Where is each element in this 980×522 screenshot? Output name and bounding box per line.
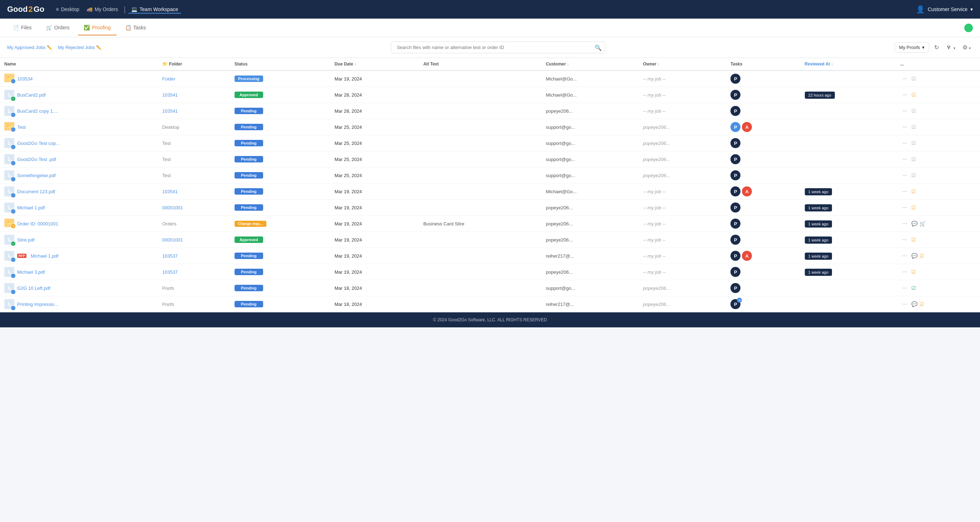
proofs-dropdown[interactable]: My Proofs ▾ (894, 42, 929, 53)
cart-icon[interactable]: 🛒 (920, 221, 926, 227)
tab-proofing[interactable]: ✅ Proofing (78, 21, 116, 35)
task-p-blue[interactable]: P (730, 122, 740, 132)
row-menu-button[interactable]: ··· (900, 284, 909, 292)
row-menu-button[interactable]: ··· (900, 91, 909, 99)
task-p-dark[interactable]: P (730, 74, 740, 84)
row-menu-button[interactable]: ··· (900, 252, 909, 260)
check-icon[interactable]: ☑ (920, 301, 924, 307)
task-p-dark[interactable]: P (730, 170, 740, 180)
col-header-name[interactable]: Name (0, 58, 158, 70)
check-icon[interactable]: ☑ (912, 172, 916, 178)
row-menu-button[interactable]: ··· (900, 220, 909, 228)
folder-link[interactable]: 00001001 (162, 205, 183, 211)
file-name-link[interactable]: Somethingelse.pdf (17, 173, 56, 178)
row-menu-button[interactable]: ··· (900, 75, 909, 83)
file-name-link[interactable]: Good2Go Test cop... (17, 140, 60, 146)
col-header-status[interactable]: Status (230, 58, 330, 70)
file-name-link[interactable]: Stire.pdf (17, 237, 34, 243)
rejected-jobs-link[interactable]: My Rejected Jobs ✏️ (58, 45, 102, 50)
row-menu-button[interactable]: ··· (900, 171, 909, 179)
col-header-reviewedat[interactable]: Reviewed At ↕ (800, 58, 896, 70)
folder-link[interactable]: 103541 (162, 189, 178, 194)
check-icon[interactable]: ☑ (912, 188, 916, 194)
nav-myorders[interactable]: 🚚 My Orders (84, 5, 121, 14)
nav-desktop[interactable]: ≡ Desktop (53, 5, 82, 14)
file-name-link[interactable]: Good2Go Test .pdf (17, 157, 56, 162)
check-icon[interactable]: ☑ (912, 237, 916, 243)
row-menu-button[interactable]: ··· (900, 236, 909, 244)
row-menu-button[interactable]: ··· (900, 187, 909, 195)
task-a-red[interactable]: A (742, 122, 752, 132)
col-header-duedate[interactable]: Due Date ↕ (330, 58, 419, 70)
file-name-link[interactable]: Michael 1.pdf (17, 205, 45, 211)
folder-link[interactable]: 00001001 (162, 237, 183, 243)
file-name-link[interactable]: Printing Impressio... (17, 302, 58, 307)
folder-link[interactable]: 103541 (162, 92, 178, 98)
search-input[interactable] (391, 42, 605, 53)
file-name-link[interactable]: BusCard2 copy 1.... (17, 109, 58, 114)
task-p-dark[interactable]: P (730, 251, 740, 261)
approved-jobs-link[interactable]: My Approved Jobs ✏️ (7, 45, 52, 50)
refresh-button[interactable]: ↻ (932, 43, 941, 52)
col-header-alttext[interactable]: Alt Text (419, 58, 542, 70)
row-menu-button[interactable]: ··· (900, 155, 909, 163)
task-p-dark[interactable]: P (730, 235, 740, 245)
row-menu-button[interactable]: ··· (900, 268, 909, 276)
task-p-dark[interactable]: P (730, 219, 740, 228)
tab-tasks[interactable]: 📋 Tasks (119, 21, 152, 35)
task-p-dark[interactable]: P (730, 154, 740, 164)
filter-button[interactable]: ⛛ ▾ (944, 43, 957, 52)
nav-teamworkspace[interactable]: 💻 Team Workspace (128, 5, 181, 14)
file-name-link[interactable]: Michael 3.pdf (17, 270, 45, 275)
chat-icon[interactable]: 💬 (912, 221, 918, 227)
check-icon[interactable]: ☑ (912, 204, 916, 211)
check-icon[interactable]: ☑ (912, 92, 916, 98)
file-name-link[interactable]: 103534 (17, 76, 33, 81)
task-p3[interactable]: P3 (730, 299, 740, 309)
task-p-dark[interactable]: P (730, 267, 740, 277)
logo[interactable]: Good2Go (7, 5, 45, 14)
search-button[interactable]: 🔍 (595, 44, 602, 51)
row-menu-button[interactable]: ··· (900, 300, 909, 308)
chat-icon[interactable]: 💬 (912, 253, 918, 259)
check-icon[interactable]: ☑ (912, 76, 916, 81)
file-name-link[interactable]: Order ID: 00001001 (17, 221, 58, 227)
task-a-red[interactable]: A (742, 187, 752, 196)
file-name-link[interactable]: BusCard2.pdf (17, 92, 46, 98)
col-header-customer[interactable]: Customer ↕ (542, 58, 639, 70)
folder-link[interactable]: 103541 (162, 109, 178, 114)
folder-link[interactable]: 103537 (162, 270, 178, 275)
settings-button[interactable]: ⚙ ▾ (960, 43, 973, 52)
col-header-folder[interactable]: 📁 Folder (158, 58, 230, 70)
tab-orders[interactable]: 🛒 Orders (40, 21, 75, 35)
check-icon[interactable]: ☑ (912, 124, 916, 130)
task-p-dark[interactable]: P (730, 283, 740, 293)
file-name-link[interactable]: Michael 1.pdf (31, 253, 58, 259)
check-icon[interactable]: ☑ (912, 108, 916, 114)
row-menu-button[interactable]: ··· (900, 204, 909, 211)
check-icon[interactable]: ☑ (912, 285, 916, 291)
folder-link[interactable]: Folder (162, 76, 175, 81)
task-a-red[interactable]: A (742, 251, 752, 261)
task-p-dark[interactable]: P (730, 138, 740, 148)
task-p-dark[interactable]: P (730, 187, 740, 196)
row-menu-button[interactable]: ··· (900, 107, 909, 115)
task-p-dark[interactable]: P (730, 203, 740, 212)
tab-files[interactable]: 📄 Files (7, 21, 38, 35)
chat-icon[interactable]: 💬 (912, 301, 918, 307)
row-menu-button[interactable]: ··· (900, 139, 909, 147)
task-p-dark[interactable]: P (730, 90, 740, 100)
row-menu-button[interactable]: ··· (900, 123, 909, 131)
folder-link[interactable]: 103537 (162, 253, 178, 259)
check-icon[interactable]: ☑ (912, 269, 916, 275)
user-menu[interactable]: 👤 Customer Service ▾ (916, 5, 973, 14)
task-p-dark[interactable]: P (730, 106, 740, 116)
check-icon[interactable]: ☑ (912, 156, 916, 162)
name-cell: 📄··· Good2Go Test .pdf (0, 151, 158, 168)
col-header-owner[interactable]: Owner ↕ (639, 58, 727, 70)
file-name-link[interactable]: G2G 10 Left.pdf (17, 286, 51, 291)
file-name-link[interactable]: Test (17, 125, 26, 130)
check-icon[interactable]: ☑ (912, 140, 916, 146)
file-name-link[interactable]: Document 123.pdf (17, 189, 55, 194)
check-icon[interactable]: ☑ (920, 253, 924, 259)
